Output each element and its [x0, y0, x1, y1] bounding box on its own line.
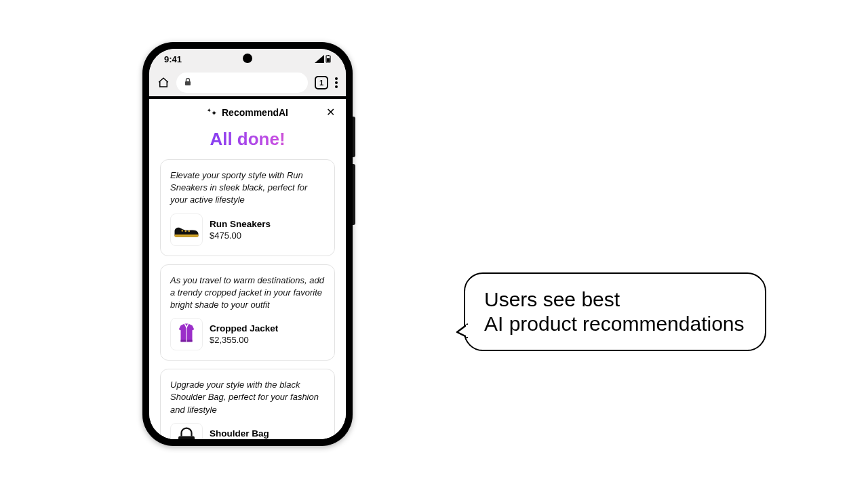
status-bar: 9:41 — [149, 49, 346, 69]
recommend-panel: RecommendAI ✕ All done! Elevate your spo… — [149, 99, 346, 439]
product-name: Shoulder Bag — [210, 428, 269, 439]
product-name: Run Sneakers — [210, 219, 271, 229]
phone-screen: 9:41 1 — [149, 49, 346, 439]
phone-side-button-2 — [353, 164, 355, 225]
browser-toolbar: 1 — [149, 69, 346, 99]
product-thumbnail: MOSCHINO — [170, 423, 203, 439]
phone-frame: 9:41 1 — [142, 42, 353, 446]
recommendation-card[interactable]: Elevate your sporty style with Run Sneak… — [160, 159, 335, 256]
svg-rect-3 — [185, 81, 191, 85]
close-button[interactable]: ✕ — [326, 107, 335, 118]
tab-count-button[interactable]: 1 — [315, 76, 328, 89]
svg-point-6 — [189, 230, 191, 232]
callout-line2: AI product recommendations — [484, 312, 745, 335]
product-price: $2,355.00 — [210, 335, 278, 345]
product-row: Cropped Jacket $2,355.00 — [170, 318, 325, 350]
tab-count-label: 1 — [319, 79, 323, 87]
lock-icon — [184, 78, 191, 87]
url-bar[interactable] — [176, 73, 308, 93]
callout-text: Users see best AI product recommendation… — [464, 272, 766, 351]
overflow-menu-icon[interactable] — [335, 77, 338, 88]
product-price: $475.00 — [210, 230, 271, 241]
phone-side-button — [353, 117, 355, 157]
recommendation-pitch: As you travel to warm destinations, add … — [170, 274, 325, 312]
home-icon[interactable] — [157, 77, 170, 89]
recommendation-pitch: Elevate your sporty style with Run Sneak… — [170, 169, 325, 207]
panel-header: RecommendAI ✕ — [149, 99, 346, 122]
recommendation-card[interactable]: As you travel to warm destinations, add … — [160, 264, 335, 361]
bubble-tail-icon — [456, 323, 468, 339]
product-row: Run Sneakers $475.00 — [170, 214, 325, 246]
status-right-icons — [315, 55, 331, 63]
sneaker-icon — [173, 221, 200, 238]
clock-label: 9:41 — [164, 54, 182, 64]
signal-icon — [315, 55, 324, 63]
product-row: MOSCHINO Shoulder Bag $655.00 — [170, 423, 325, 439]
product-name: Cropped Jacket — [210, 323, 278, 333]
recommendation-pitch: Upgrade your style with the black Should… — [170, 379, 325, 416]
bag-icon: MOSCHINO — [174, 427, 199, 439]
product-thumbnail — [170, 318, 203, 350]
recommendation-list[interactable]: Elevate your sporty style with Run Sneak… — [149, 159, 346, 439]
svg-rect-2 — [328, 55, 329, 56]
svg-rect-1 — [327, 58, 330, 62]
sparkle-icon — [207, 107, 218, 118]
product-thumbnail — [170, 214, 203, 246]
recommendation-card[interactable]: Upgrade your style with the black Should… — [160, 369, 335, 439]
callout-bubble: Users see best AI product recommendation… — [464, 272, 766, 351]
panel-title: RecommendAI — [222, 107, 288, 118]
camera-notch — [243, 54, 252, 63]
jacket-icon — [175, 323, 198, 346]
headline: All done! — [149, 129, 346, 150]
svg-rect-9 — [178, 436, 195, 439]
callout-line1: Users see best — [484, 288, 620, 310]
svg-point-4 — [182, 230, 184, 232]
battery-icon — [326, 55, 331, 63]
svg-point-5 — [185, 230, 187, 232]
